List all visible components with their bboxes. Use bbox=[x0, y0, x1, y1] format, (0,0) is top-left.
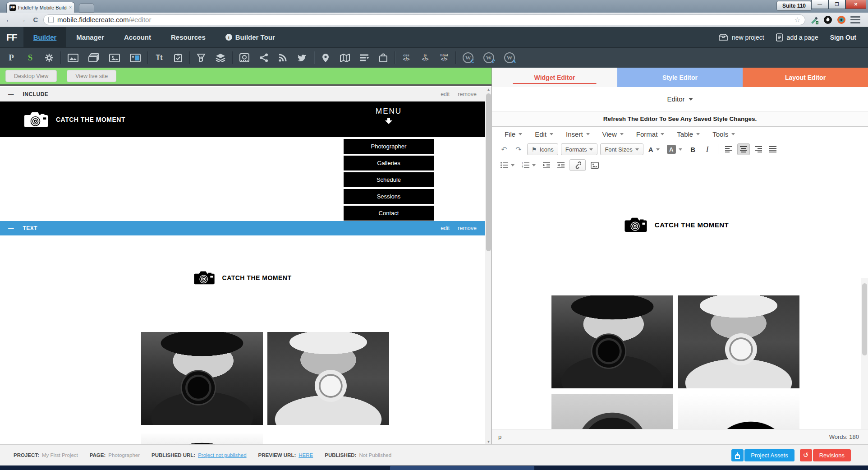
style-widget-icon[interactable]: S bbox=[26, 53, 35, 63]
browser-tab[interactable]: FF FiddleFly Mobile Builder × bbox=[6, 2, 75, 13]
paragraph-widget-icon[interactable]: P bbox=[7, 53, 16, 63]
site-header-block[interactable]: CATCH THE MOMENT MENU bbox=[0, 101, 485, 137]
menu-format[interactable]: Format bbox=[632, 129, 669, 140]
menu-table[interactable]: Table bbox=[672, 129, 704, 140]
collapse-icon[interactable]: — bbox=[8, 91, 14, 97]
align-right-button[interactable] bbox=[753, 143, 764, 155]
bullet-list-button[interactable] bbox=[498, 159, 517, 171]
nav-item-resources[interactable]: Resources bbox=[161, 27, 216, 47]
view-live-site-button[interactable]: View live site bbox=[67, 70, 116, 82]
insert-image-button[interactable] bbox=[588, 159, 601, 171]
tab-layout-editor[interactable]: Layout Editor bbox=[743, 68, 868, 87]
numbered-list-button[interactable]: 123 bbox=[519, 159, 538, 171]
font-sizes-dropdown[interactable]: Font Sizes bbox=[600, 143, 643, 155]
map-icon[interactable] bbox=[340, 54, 350, 62]
photo-partial[interactable] bbox=[141, 433, 263, 444]
share-icon[interactable] bbox=[259, 53, 268, 62]
wordpress-a-icon[interactable]: WA bbox=[504, 52, 515, 63]
indent-button[interactable] bbox=[555, 159, 567, 171]
taskbar-item[interactable] bbox=[390, 466, 534, 470]
list-menu-icon[interactable] bbox=[360, 54, 369, 62]
formats-dropdown[interactable]: Formats bbox=[561, 143, 598, 155]
include-remove-link[interactable]: remove bbox=[458, 91, 477, 97]
gallery-stack-icon[interactable] bbox=[88, 53, 99, 62]
preview-url-link[interactable]: HERE bbox=[299, 452, 313, 458]
camera-widget-icon[interactable] bbox=[239, 53, 249, 62]
menu-view[interactable]: View bbox=[598, 129, 628, 140]
tab-style-editor[interactable]: Style Editor bbox=[617, 68, 743, 87]
editor-dropdown[interactable]: Editor bbox=[492, 87, 868, 111]
text-remove-link[interactable]: remove bbox=[458, 225, 477, 231]
scrollbar-thumb[interactable] bbox=[486, 93, 491, 251]
include-edit-link[interactable]: edit bbox=[441, 91, 450, 97]
preview-scrollbar[interactable]: ▲ ▼ bbox=[485, 87, 491, 444]
maximize-button[interactable]: ❐ bbox=[828, 0, 845, 9]
photo-partial-right[interactable] bbox=[678, 394, 799, 429]
wordpress-c-icon[interactable]: WC bbox=[463, 52, 473, 63]
tab-widget-editor[interactable]: Widget Editor bbox=[492, 68, 617, 87]
photo-partial-left[interactable] bbox=[551, 394, 673, 429]
redo-icon[interactable]: ↷ bbox=[513, 143, 524, 155]
menu-tools[interactable]: Tools bbox=[708, 129, 739, 140]
tab-close-icon[interactable]: × bbox=[69, 5, 72, 10]
nav-item-manager[interactable]: Manager bbox=[66, 27, 114, 47]
project-assets-icon[interactable] bbox=[731, 449, 744, 461]
menu-item-galleries[interactable]: Galleries bbox=[344, 156, 434, 170]
reload-icon[interactable]: C bbox=[31, 16, 41, 23]
layers-icon[interactable] bbox=[216, 53, 225, 62]
menu-item-contact[interactable]: Contact bbox=[344, 206, 434, 221]
icons-button[interactable]: ⚑ Icons bbox=[527, 143, 558, 155]
menu-file[interactable]: File bbox=[500, 129, 527, 140]
wordpress-p-icon[interactable]: WP bbox=[483, 52, 494, 63]
collapse-icon[interactable]: — bbox=[8, 225, 14, 231]
twitter-bird-icon[interactable] bbox=[297, 54, 307, 62]
flame-icon[interactable] bbox=[823, 15, 832, 24]
eyedropper-icon[interactable] bbox=[810, 15, 819, 24]
rss-icon[interactable] bbox=[278, 53, 287, 62]
nav-item-account[interactable]: Account bbox=[114, 27, 161, 47]
close-button[interactable]: ✕ bbox=[845, 0, 866, 9]
justify-button[interactable] bbox=[767, 143, 779, 155]
menu-insert[interactable]: Insert bbox=[561, 129, 594, 140]
align-left-button[interactable] bbox=[723, 143, 735, 155]
forward-icon[interactable]: → bbox=[17, 15, 28, 24]
settings-gear-icon[interactable] bbox=[45, 53, 54, 62]
image-alt-icon[interactable] bbox=[109, 54, 120, 62]
editor-content[interactable]: CATCH THE MOMENT bbox=[492, 173, 868, 429]
revisions-icon[interactable]: ↺ bbox=[800, 449, 812, 461]
italic-button[interactable]: I bbox=[702, 143, 713, 155]
css-code-icon[interactable]: css </> bbox=[402, 54, 411, 62]
new-project-button[interactable]: new project bbox=[718, 33, 764, 41]
align-center-button[interactable] bbox=[737, 143, 750, 155]
bold-button[interactable]: B bbox=[687, 143, 699, 155]
photo-photographer-light[interactable] bbox=[678, 295, 799, 388]
undo-icon[interactable]: ↶ bbox=[498, 143, 510, 155]
pour-icon[interactable] bbox=[197, 53, 206, 62]
browser-menu-icon[interactable] bbox=[850, 16, 860, 23]
menu-item-photographer[interactable]: Photographer bbox=[344, 139, 434, 154]
background-color-button[interactable]: A bbox=[665, 143, 684, 155]
image-slider-icon[interactable] bbox=[130, 54, 141, 62]
target-circle-icon[interactable] bbox=[837, 15, 846, 24]
bookmark-star-icon[interactable]: ☆ bbox=[795, 16, 800, 24]
project-assets-button[interactable]: Project Assets bbox=[744, 449, 794, 461]
scroll-down-icon[interactable]: ▼ bbox=[485, 440, 491, 444]
form-check-icon[interactable] bbox=[174, 53, 183, 62]
text-widget-icon[interactable]: Tt bbox=[155, 54, 164, 62]
outdent-button[interactable] bbox=[541, 159, 552, 171]
back-icon[interactable]: ← bbox=[4, 15, 14, 24]
editor-scrollbar[interactable] bbox=[861, 278, 868, 429]
scrollbar-thumb[interactable] bbox=[862, 283, 867, 355]
text-color-button[interactable]: A bbox=[646, 143, 662, 155]
js-code-icon[interactable]: js </> bbox=[421, 54, 430, 62]
menu-edit[interactable]: Edit bbox=[530, 129, 558, 140]
menu-item-sessions[interactable]: Sessions bbox=[344, 189, 434, 204]
shopping-bag-icon[interactable] bbox=[379, 53, 388, 62]
scroll-up-icon[interactable]: ▲ bbox=[485, 88, 491, 92]
url-input[interactable]: mobile.fiddlecreate.com/#editor ☆ bbox=[43, 14, 805, 25]
published-url-link[interactable]: Project not published bbox=[198, 452, 246, 458]
photo-photographer-light[interactable] bbox=[267, 332, 389, 425]
html-code-icon[interactable]: html </> bbox=[440, 54, 449, 62]
sign-out-button[interactable]: Sign Out bbox=[830, 34, 856, 41]
new-tab-button[interactable] bbox=[79, 3, 94, 13]
